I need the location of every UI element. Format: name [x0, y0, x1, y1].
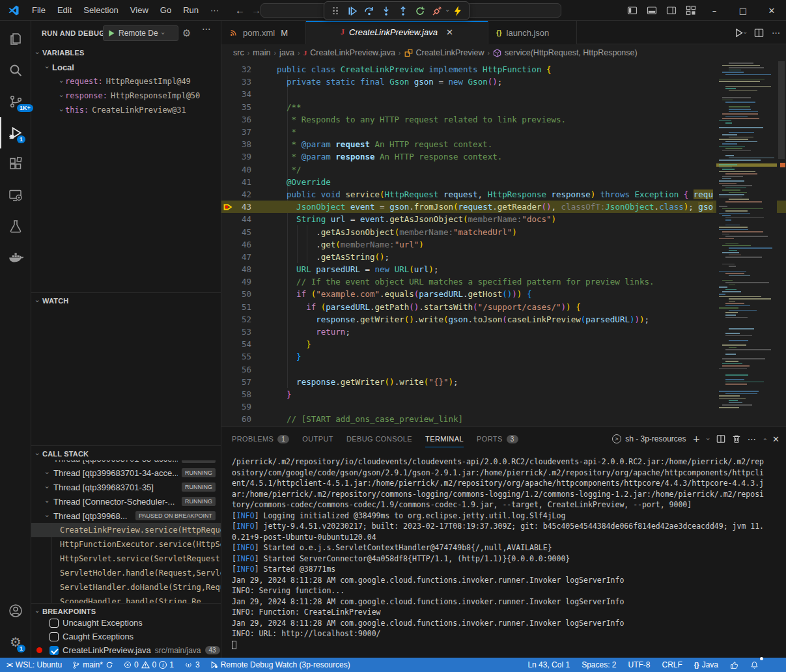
call-stack-thread-row[interactable]: ›Thread [qtp39968...PAUSED ON BREAKPOINT: [31, 509, 221, 523]
tab-close-icon[interactable]: ✕: [446, 27, 453, 37]
accounts-icon[interactable]: [0, 595, 31, 626]
panel-tab-problems[interactable]: PROBLEMS1: [227, 427, 294, 451]
forward-button[interactable]: →: [251, 5, 261, 16]
code-line[interactable]: 51 if (parsedURL.getPath().startsWith("/…: [221, 301, 786, 313]
code-line[interactable]: 32public class CreateLinkPreview impleme…: [221, 63, 786, 76]
window-minimize-button[interactable]: –: [700, 0, 729, 21]
debug-session-status[interactable]: Remote Debug Watch (3p-resources): [206, 658, 354, 672]
stack-frame-row[interactable]: HttpFunctionExecutor.service(HttpSer: [31, 537, 221, 552]
editor-more-actions[interactable]: ⋯: [772, 28, 781, 38]
launch-configuration-dropdown[interactable]: Remote De ›: [103, 25, 178, 41]
panel-more-actions[interactable]: ⋯: [748, 434, 757, 444]
stack-frame-row[interactable]: CreateLinkPreview.service(HttpReques: [31, 523, 221, 537]
indentation-setting[interactable]: Spaces: 2: [578, 658, 620, 672]
code-line[interactable]: 52 response.getWriter().write(gson.toJso…: [221, 313, 786, 326]
split-terminal-icon[interactable]: [716, 434, 725, 443]
terminal-selector[interactable]: > sh - 3p-resources: [612, 434, 686, 443]
window-maximize-button[interactable]: □: [729, 0, 757, 21]
eol-setting[interactable]: CRLF: [658, 658, 686, 672]
stack-frame-row[interactable]: HttpServlet.service(ServletRequest,S: [31, 552, 221, 566]
breakpoint-checkbox[interactable]: [49, 619, 59, 628]
open-launch-json-gear-icon[interactable]: ⚙: [182, 27, 191, 39]
menu-file[interactable]: File: [26, 3, 51, 18]
code-line[interactable]: 33 private static final Gson gson = new …: [221, 76, 786, 88]
call-stack-thread-row[interactable]: ›Thread [qtp399683701-34-acce...RUNNING: [31, 466, 221, 480]
code-line[interactable]: 58 }: [221, 388, 786, 400]
variable-row[interactable]: ›request:HttpRequestImpl@49: [31, 74, 221, 89]
code-line[interactable]: 49 // If the event object URL matches a …: [221, 275, 786, 288]
code-line[interactable]: 50 if ("example.com".equals(parsedURL.ge…: [221, 288, 786, 300]
panel-tab-output[interactable]: OUTPUT: [297, 427, 339, 451]
tab-launch-json[interactable]: {} launch.json: [488, 21, 577, 44]
variable-row[interactable]: ›this:CreateLinkPreview@31: [31, 103, 221, 117]
code-line[interactable]: 41 @Override: [221, 176, 786, 188]
code-line[interactable]: 56: [221, 363, 786, 376]
debug-toolbar-dropdown-chevron[interactable]: ›: [443, 9, 452, 12]
breakpoint-row[interactable]: Uncaught Exceptions: [31, 616, 221, 630]
debug-step-out-button[interactable]: [395, 3, 411, 19]
call-stack-section-header[interactable]: ›CALL STACK: [31, 447, 221, 461]
watch-section-header[interactable]: ›WATCH: [31, 294, 221, 308]
code-line[interactable]: 44 String url = event.getAsJsonObject(me…: [221, 213, 786, 225]
search-icon[interactable]: [0, 55, 31, 86]
sync-icon[interactable]: [105, 661, 113, 669]
debug-disconnect-button[interactable]: [429, 3, 445, 19]
code-line[interactable]: 60 // [START add_ons_case_preview_link]: [221, 413, 786, 425]
hot-code-replace-button[interactable]: [450, 3, 466, 19]
problems-status[interactable]: 0 0 i 1: [120, 658, 178, 672]
debug-restart-button[interactable]: [412, 3, 428, 19]
window-close-button[interactable]: ✕: [757, 0, 786, 21]
remote-indicator[interactable]: >< WSL: Ubuntu: [3, 658, 66, 672]
editor-scrollbar[interactable]: [777, 61, 786, 427]
toggle-panel-icon[interactable]: [647, 5, 657, 16]
ports-status[interactable]: 3: [180, 658, 204, 672]
code-line[interactable]: 40 */: [221, 163, 786, 176]
code-line[interactable]: 59: [221, 400, 786, 413]
toolbar-drag-handle[interactable]: [328, 3, 343, 19]
code-line[interactable]: 37 *: [221, 126, 786, 138]
code-line[interactable]: 46 .get(memberName:"url"): [221, 238, 786, 251]
code-line[interactable]: 34: [221, 88, 786, 100]
code-line[interactable]: 54 }: [221, 338, 786, 350]
new-terminal-button[interactable]: +: [693, 434, 701, 444]
breadcrumb-java[interactable]: java: [279, 48, 294, 57]
notifications-bell[interactable]: [746, 658, 763, 672]
call-stack-thread-row[interactable]: ›Thread [qtp399683701-33-acce...RUNNING: [31, 460, 221, 466]
menu-go[interactable]: Go: [154, 3, 177, 18]
code-line[interactable]: 38 * @param request An HTTP request cont…: [221, 138, 786, 150]
panel-tab-terminal[interactable]: TERMINAL: [420, 427, 469, 451]
run-and-debug-icon[interactable]: 1: [0, 117, 31, 148]
variable-row[interactable]: ›response:HttpResponseImpl@50: [31, 89, 221, 103]
code-line[interactable]: 57 response.getWriter().write("{}");: [221, 376, 786, 388]
language-mode[interactable]: {} Java: [690, 658, 722, 672]
maximize-panel-icon[interactable]: ›: [760, 438, 768, 440]
git-branch-status[interactable]: main*: [68, 658, 117, 672]
tab-pom-xml[interactable]: pom.xml M: [221, 21, 306, 44]
panel-tab-ports[interactable]: PORTS3: [471, 427, 524, 451]
panel-tab-debug-console[interactable]: DEBUG CONSOLE: [341, 427, 417, 451]
more-menu[interactable]: ···: [204, 5, 225, 15]
cursor-position[interactable]: Ln 43, Col 1: [524, 658, 574, 672]
code-line[interactable]: 48 URL parsedURL = new URL(url);: [221, 263, 786, 275]
scope-local-row[interactable]: ›Local: [31, 60, 221, 74]
extensions-icon[interactable]: [0, 148, 31, 180]
code-editor[interactable]: 32public class CreateLinkPreview impleme…: [221, 61, 786, 427]
breakpoint-checkbox[interactable]: [49, 646, 59, 655]
settings-gear-icon[interactable]: ⚙ 1: [0, 626, 31, 658]
breakpoint-row[interactable]: Caught Exceptions: [31, 630, 221, 643]
debug-continue-button[interactable]: [344, 3, 360, 19]
variables-section-header[interactable]: ›VARIABLES: [31, 46, 221, 60]
views-more-actions[interactable]: ⋯: [202, 23, 212, 34]
explorer-icon[interactable]: [0, 23, 31, 55]
code-line[interactable]: 45 .getAsJsonObject(memberName:"matchedU…: [221, 225, 786, 238]
terminal-dropdown-chevron[interactable]: ›: [704, 438, 712, 440]
breadcrumb-main[interactable]: main: [253, 48, 270, 57]
menu-selection[interactable]: Selection: [77, 3, 124, 18]
encoding-setting[interactable]: UTF-8: [625, 658, 654, 672]
breadcrumb-class[interactable]: CreateLinkPreview: [416, 48, 484, 57]
debug-step-over-button[interactable]: [361, 3, 377, 19]
menu-view[interactable]: View: [124, 3, 154, 18]
menu-edit[interactable]: Edit: [51, 3, 77, 18]
toggle-primary-sidebar-icon[interactable]: [627, 5, 638, 16]
code-line[interactable]: 36 * Responds to any HTTP request relate…: [221, 113, 786, 126]
